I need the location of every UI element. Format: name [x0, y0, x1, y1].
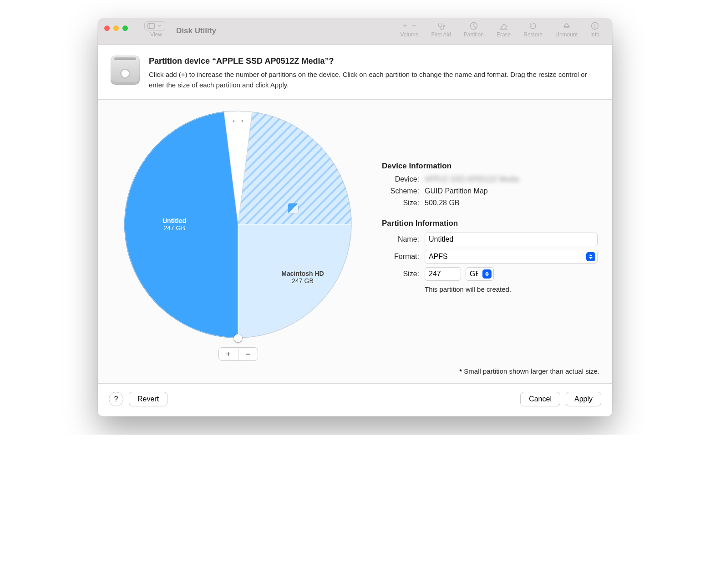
zoom-icon[interactable]	[122, 25, 128, 31]
partition-hint: This partition will be created.	[425, 285, 599, 293]
remove-partition-button[interactable]: −	[238, 348, 258, 360]
toolbar-unmount[interactable]: Unmount	[555, 21, 578, 38]
close-icon[interactable]	[104, 25, 110, 31]
device-info-heading: Device Information	[382, 162, 599, 171]
eject-icon	[563, 21, 570, 31]
stethoscope-icon	[436, 21, 446, 31]
info-icon	[591, 21, 599, 31]
partition-name-input[interactable]	[425, 233, 598, 246]
hard-disk-icon	[111, 56, 140, 85]
toolbar-erase[interactable]: Erase	[497, 21, 511, 38]
sheet-title: Partition device “APPLE SSD AP0512Z Medi…	[149, 56, 599, 66]
format-select[interactable]	[425, 250, 598, 264]
partition-size-input[interactable]	[425, 267, 461, 281]
partition-dialog-window: View Disk Utility + − Volume First Aid P…	[98, 18, 612, 416]
resize-handle[interactable]	[234, 334, 242, 342]
pie-icon	[470, 21, 478, 31]
toolbar-volume[interactable]: + − Volume	[400, 21, 418, 38]
partition-pie[interactable]: ** Untitled 247 GB Macintosh HD 247 GB	[124, 111, 352, 338]
window-controls	[104, 25, 128, 31]
svg-point-2	[443, 25, 445, 26]
apply-button[interactable]: Apply	[566, 392, 601, 406]
app-title: Disk Utility	[176, 26, 216, 35]
revert-button[interactable]: Revert	[129, 392, 167, 406]
toolbar-view[interactable]: View	[144, 21, 168, 38]
sheet-subtitle: Click add (+) to increase the number of …	[149, 70, 599, 90]
minimize-icon[interactable]	[113, 25, 119, 31]
chevron-up-down-icon	[482, 269, 492, 279]
add-remove-partition: + −	[218, 347, 258, 361]
partition-size-label: Size:	[382, 270, 419, 278]
cancel-button[interactable]: Cancel	[520, 392, 560, 406]
sidebar-icon	[144, 21, 165, 30]
toolbar-partition[interactable]: Partition	[464, 21, 484, 38]
format-label: Format:	[382, 253, 419, 261]
svg-rect-0	[148, 24, 155, 29]
chevron-down-icon	[157, 25, 161, 27]
restore-icon	[529, 21, 537, 31]
toolbar-info[interactable]: Info	[590, 21, 599, 38]
system-volume-icon	[288, 203, 298, 213]
scheme-label: Scheme:	[382, 187, 419, 195]
small-slice-markers: **	[233, 119, 243, 126]
pie-label-macintosh-hd[interactable]: Macintosh HD 247 GB	[271, 217, 335, 284]
scheme-value: GUID Partition Map	[425, 187, 488, 195]
partition-info-heading: Partition Information	[382, 219, 599, 228]
chevron-up-down-icon	[586, 252, 595, 261]
name-label: Name:	[382, 235, 419, 243]
toolbar-first-aid[interactable]: First Aid	[431, 21, 451, 38]
footnote: * Small partition shown larger than actu…	[98, 367, 612, 383]
device-size-value: 500,28 GB	[425, 199, 460, 207]
sheet-header: Partition device “APPLE SSD AP0512Z Medi…	[98, 45, 612, 100]
device-size-label: Size:	[382, 199, 419, 207]
dialog-footer: ? Revert Cancel Apply	[98, 383, 612, 416]
svg-point-5	[594, 24, 595, 25]
titlebar: View Disk Utility + − Volume First Aid P…	[98, 18, 612, 45]
add-partition-button[interactable]: +	[219, 348, 238, 360]
device-value: APPLE SSD AP0512Z Media	[425, 175, 519, 183]
help-button[interactable]: ?	[109, 392, 123, 406]
device-label: Device:	[382, 175, 419, 183]
toolbar-restore[interactable]: Restore	[523, 21, 543, 38]
size-unit-select[interactable]	[466, 267, 494, 281]
view-label: View	[150, 31, 162, 38]
plus-minus-icon: + −	[403, 21, 416, 31]
pie-label-untitled[interactable]: Untitled 247 GB	[142, 217, 206, 232]
eraser-icon	[499, 21, 508, 31]
